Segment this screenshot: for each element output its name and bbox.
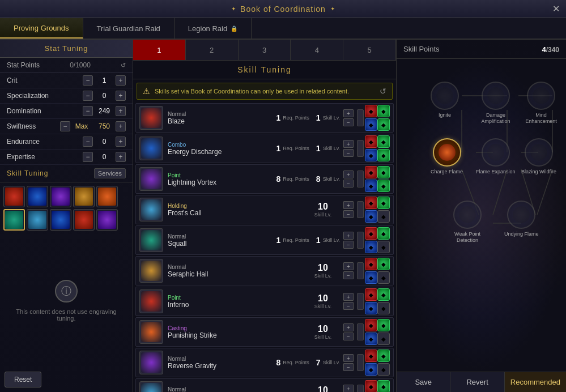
skill-detail-btn-4[interactable]: [357, 232, 364, 249]
skill-detail-btn-6[interactable]: [357, 293, 364, 310]
skill-minus-btn-1[interactable]: −: [343, 149, 354, 157]
end-minus-btn[interactable]: −: [83, 137, 93, 147]
skill-detail-btn-9[interactable]: [357, 385, 364, 392]
gem-extra-1[interactable]: ◆: [377, 149, 390, 161]
skill-node-mind-enhancement[interactable]: Mind Enhancement: [521, 82, 561, 125]
skill-plus-btn-8[interactable]: +: [343, 354, 354, 362]
gem-blue-5[interactable]: ◆: [365, 271, 377, 284]
gem-red-3[interactable]: ◆: [365, 197, 377, 209]
save-button[interactable]: Save: [397, 372, 450, 392]
skill-node-weak-point-detection[interactable]: Weak Point Detection: [448, 201, 487, 244]
gem-blue-4[interactable]: ◆: [365, 241, 377, 253]
skill-minus-btn-6[interactable]: −: [343, 302, 354, 310]
revert-button[interactable]: Revert: [450, 372, 504, 392]
build-tab-2[interactable]: 2: [186, 40, 239, 60]
gem-red-0[interactable]: ◆: [365, 105, 377, 117]
skill-node-damage-amplification[interactable]: Damage Amplification: [476, 82, 516, 125]
skill-node-ignite[interactable]: Ignite: [431, 82, 459, 118]
gem-blue-1[interactable]: ◆: [365, 149, 377, 161]
gem-green-3[interactable]: ◆: [377, 197, 390, 209]
skill-minus-btn-4[interactable]: −: [343, 241, 354, 249]
skill-plus-btn-7[interactable]: +: [343, 323, 354, 331]
skill-icon-6[interactable]: [139, 289, 163, 313]
gem-extra-0[interactable]: ◆: [377, 118, 390, 131]
skill-plus-btn-1[interactable]: +: [343, 140, 354, 148]
tab-proving-grounds[interactable]: Proving Grounds: [0, 18, 83, 39]
reset-button[interactable]: Reset: [5, 372, 41, 387]
skill-detail-btn-3[interactable]: [357, 201, 364, 218]
skill-icon-8[interactable]: [139, 351, 163, 374]
skill-slot-8[interactable]: [50, 209, 71, 231]
gem-red-4[interactable]: ◆: [365, 227, 377, 240]
gem-extra-3[interactable]: ◆: [377, 210, 390, 223]
skill-slot-9[interactable]: [73, 209, 95, 231]
skill-detail-btn-2[interactable]: [357, 171, 364, 188]
gem-red-1[interactable]: ◆: [365, 135, 377, 148]
skill-detail-btn-1[interactable]: [357, 140, 364, 157]
gem-green-5[interactable]: ◆: [377, 258, 390, 270]
exp-minus-btn[interactable]: −: [83, 152, 93, 162]
skill-detail-btn-8[interactable]: [357, 354, 364, 371]
skill-icon-7[interactable]: [139, 320, 163, 344]
gem-red-6[interactable]: ◆: [365, 288, 377, 301]
gem-red-2[interactable]: ◆: [365, 166, 377, 178]
crit-minus-btn[interactable]: −: [83, 75, 93, 86]
skill-icon-5[interactable]: [139, 259, 163, 283]
skill-icon-0[interactable]: [139, 106, 163, 130]
skill-node-undying-flame[interactable]: Undying Flame: [504, 201, 539, 237]
services-button[interactable]: Services: [94, 168, 126, 178]
skill-minus-btn-0[interactable]: −: [343, 118, 354, 126]
gem-green-7[interactable]: ◆: [377, 319, 390, 331]
swift-minus-btn[interactable]: −: [60, 121, 70, 131]
spec-minus-btn[interactable]: −: [83, 91, 93, 101]
gem-green-4[interactable]: ◆: [377, 227, 390, 240]
gem-blue-3[interactable]: ◆: [365, 210, 377, 223]
skill-plus-btn-6[interactable]: +: [343, 293, 354, 301]
skill-plus-btn-5[interactable]: +: [343, 262, 354, 270]
skill-node-blazing-wildfire[interactable]: Blazing Wildfire: [521, 138, 556, 175]
skill-slot-5[interactable]: [96, 186, 118, 207]
skill-plus-btn-4[interactable]: +: [343, 232, 354, 240]
swift-plus-btn[interactable]: +: [116, 121, 126, 131]
skill-icon-3[interactable]: [139, 198, 163, 221]
gem-green-2[interactable]: ◆: [377, 166, 390, 178]
skill-slot-1[interactable]: [3, 186, 25, 207]
reset-skills-icon[interactable]: ↺: [380, 87, 386, 96]
skill-slot-2[interactable]: [27, 186, 48, 207]
build-tab-5[interactable]: 5: [343, 40, 396, 60]
skill-slot-7[interactable]: [27, 209, 48, 231]
gem-blue-2[interactable]: ◆: [365, 180, 377, 192]
skill-slot-4[interactable]: [73, 186, 95, 207]
skill-detail-btn-0[interactable]: [357, 109, 364, 126]
skill-node-charge-flame[interactable]: Charge Flame: [431, 138, 463, 175]
exp-plus-btn[interactable]: +: [116, 152, 126, 162]
skill-minus-btn-7[interactable]: −: [343, 333, 354, 340]
skill-minus-btn-5[interactable]: −: [343, 271, 354, 279]
spec-plus-btn[interactable]: +: [116, 91, 126, 101]
skill-minus-btn-2[interactable]: −: [343, 180, 354, 188]
gem-green-0[interactable]: ◆: [377, 105, 390, 117]
skill-icon-1[interactable]: [139, 137, 163, 160]
gem-extra-6[interactable]: ◆: [377, 302, 390, 314]
close-button[interactable]: ✕: [550, 3, 561, 14]
skill-detail-btn-5[interactable]: [357, 262, 364, 279]
skill-slot-3[interactable]: [50, 186, 71, 207]
tab-trial-guardian[interactable]: Trial Guardian Raid: [83, 18, 175, 39]
gem-blue-0[interactable]: ◆: [365, 118, 377, 131]
skill-plus-btn-0[interactable]: +: [343, 109, 354, 117]
skill-slot-10[interactable]: [96, 209, 118, 231]
stat-reset-icon[interactable]: ↺: [121, 62, 126, 69]
dom-plus-btn[interactable]: +: [116, 106, 126, 116]
gem-red-9[interactable]: ◆: [365, 380, 377, 392]
end-plus-btn[interactable]: +: [116, 137, 126, 147]
gem-green-6[interactable]: ◆: [377, 288, 390, 301]
skill-plus-btn-9[interactable]: +: [343, 385, 354, 392]
gem-green-9[interactable]: ◆: [377, 380, 390, 392]
gem-green-1[interactable]: ◆: [377, 135, 390, 148]
skill-icon-2[interactable]: [139, 167, 163, 191]
tab-legion-raid[interactable]: Legion Raid 🔒: [175, 18, 252, 39]
build-tab-4[interactable]: 4: [291, 40, 343, 60]
gem-blue-7[interactable]: ◆: [365, 333, 377, 345]
skill-slot-6[interactable]: [3, 209, 25, 231]
dom-minus-btn[interactable]: −: [83, 106, 93, 116]
